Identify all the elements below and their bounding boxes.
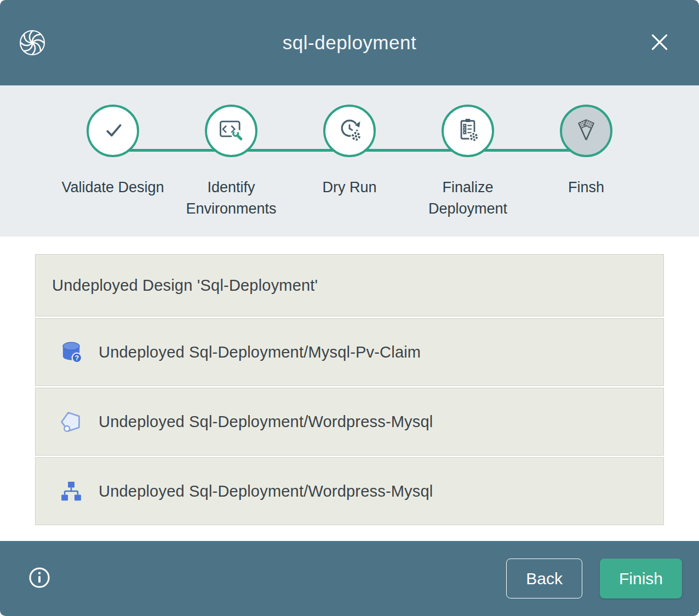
status-row-mysql-pv-claim: ? Undeployed Sql-Deployment/Mysql-Pv-Cla…	[35, 318, 664, 386]
finish-button[interactable]: Finish	[600, 559, 682, 598]
step-circle-identify-environments[interactable]	[205, 105, 257, 157]
step-finish: Finsh	[527, 105, 645, 237]
step-label: Identify Environments	[174, 177, 289, 220]
status-list: Undeployed Design 'Sql-Deployment' ? Und…	[0, 237, 699, 541]
step-dry-run: Dry Run	[290, 105, 409, 237]
back-button[interactable]: Back	[506, 559, 582, 598]
deployment-wizard-modal: sql-deployment	[0, 0, 699, 616]
modal-title: sql-deployment	[0, 32, 699, 54]
status-text: Undeployed Sql-Deployment/Wordpress-Mysq…	[99, 482, 433, 500]
step-identify-environments: Identify Environments	[172, 105, 290, 237]
status-text: Undeployed Sql-Deployment/Wordpress-Mysq…	[99, 413, 433, 431]
status-row-design: Undeployed Design 'Sql-Deployment'	[35, 254, 664, 316]
modal-footer: Back Finish	[0, 541, 699, 616]
close-button[interactable]	[646, 30, 673, 56]
status-text: Undeployed Sql-Deployment/Mysql-Pv-Claim	[99, 343, 421, 361]
step-label: Finsh	[568, 177, 604, 198]
step-label: Dry Run	[322, 177, 376, 198]
checkered-flags-icon	[572, 116, 600, 146]
code-wrench-icon	[217, 116, 245, 146]
status-row-wordpress-mysql-config: Undeployed Sql-Deployment/Wordpress-Mysq…	[35, 388, 664, 456]
check-icon	[99, 116, 127, 146]
step-circle-finish[interactable]	[560, 105, 612, 157]
step-circle-validate-design[interactable]	[87, 105, 139, 157]
step-circle-finalize-deployment[interactable]	[442, 105, 494, 157]
footer-actions: Back Finish	[506, 559, 682, 598]
tree-hierarchy-icon	[55, 475, 87, 507]
status-text: Undeployed Design 'Sql-Deployment'	[52, 277, 318, 295]
svg-text:?: ?	[75, 354, 79, 362]
info-button[interactable]	[26, 566, 53, 592]
info-icon	[27, 566, 51, 591]
wizard-stepper: Validate Design	[0, 85, 699, 237]
step-validate-design: Validate Design	[54, 105, 172, 237]
step-label: Validate Design	[61, 177, 164, 198]
step-finalize-deployment: Finalize Deployment	[409, 105, 527, 237]
steps-track: Validate Design	[54, 105, 645, 237]
database-icon: ?	[55, 336, 87, 368]
step-circle-dry-run[interactable]	[323, 105, 376, 157]
step-label: Finalize Deployment	[410, 177, 525, 220]
status-row-wordpress-mysql-tree: Undeployed Sql-Deployment/Wordpress-Mysq…	[35, 457, 664, 525]
modal-header: sql-deployment	[0, 0, 699, 85]
close-icon	[648, 31, 671, 55]
clipboard-gear-icon	[454, 116, 482, 146]
dry-run-sync-gear-icon	[335, 116, 364, 146]
pentagon-tag-icon	[55, 406, 87, 437]
